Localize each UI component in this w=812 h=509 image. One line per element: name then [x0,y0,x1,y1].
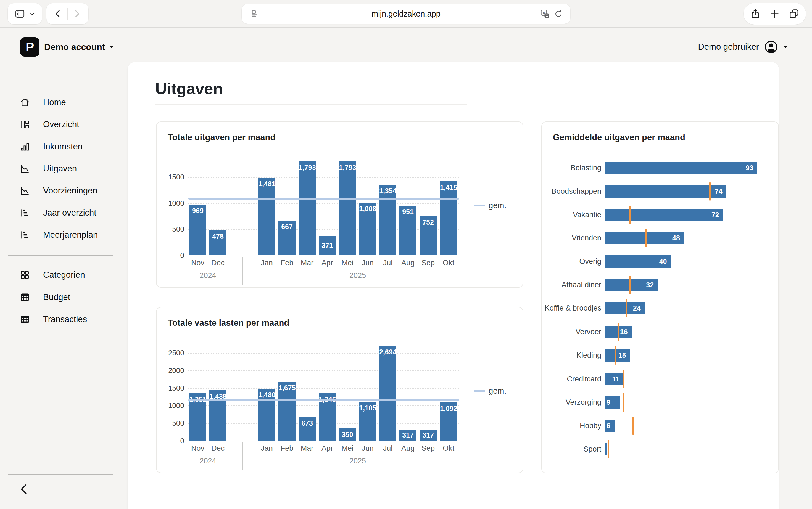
sidebar-item-inkomsten[interactable]: Inkomsten [19,139,83,155]
bar-overig: 40 [606,255,671,268]
x-axis-label: Mei [338,259,357,267]
bar-value-label: 40 [659,258,667,265]
content-panel: Uitgaven Totale uitgaven per maand 05001… [128,62,779,509]
bar-Feb: 667 [279,220,295,255]
forward-button[interactable] [71,8,82,19]
x-axis-label: Apr [318,259,337,267]
bar-Mar: 1,793 [298,162,316,255]
bar-value-label: 969 [189,207,206,214]
sidebar-item-label: Uitgaven [43,164,77,174]
marker-vakantie [629,206,630,224]
app-logo: P [20,37,39,57]
x-axis-label: Sep [418,259,438,267]
bar-value-label: 752 [420,219,437,226]
x-axis-label: Mar [297,259,317,267]
back-button[interactable] [53,8,63,19]
x-axis-label: Feb [277,444,297,453]
bar-verzorging: 9 [606,396,620,409]
sidebar-item-transacties[interactable]: Transacties [19,311,87,327]
bar-hobby: 6 [606,419,615,432]
sidebar-toggle-button[interactable] [8,3,42,24]
x-axis-label: Aug [398,259,418,267]
sidebar-collapse-button[interactable] [17,480,33,498]
sidebar-item-budget[interactable]: Budget [19,289,70,305]
x-axis-label: Dec [208,444,228,453]
app-window: P Demo account Demo gebruiker HomeOverzi… [0,28,812,509]
x-axis-label: Jul [378,259,397,267]
category-label: Boodschappen [542,187,601,196]
new-tab-icon[interactable] [769,8,780,19]
x-axis-label: Apr [318,444,337,453]
bar-value-label: 15 [618,352,626,359]
category-label: Creditcard [542,375,601,383]
reload-icon[interactable] [554,9,563,19]
bar-Sep: 752 [420,216,437,255]
bar-value-label: 673 [298,420,316,427]
account-label: Demo account [44,42,105,52]
bar-Okt: 1,092 [440,402,457,441]
tabs-overview-icon[interactable] [788,8,800,19]
bar-value-label: 2,694 [379,349,396,355]
category-label: Vervoer [542,328,601,336]
bar-Jan: 1,481 [258,178,275,255]
marker-afhaal-diner [629,276,630,294]
category-label: Kleding [542,351,601,360]
user-menu[interactable]: Demo gebruiker [698,37,788,57]
x-axis-label: Sep [418,444,438,453]
bar-value-label: 371 [319,242,336,249]
bar-Sep: 317 [420,430,437,441]
bar-afhaal-diner: 32 [606,279,658,291]
y-axis-tick: 500 [162,225,184,233]
sidebar-toggle-icon [14,8,25,19]
bar-Okt: 1,415 [440,181,457,255]
chevron-down-icon [109,45,114,48]
sidebar-item-label: Budget [43,292,70,302]
marker-sport [608,440,609,459]
marker-creditcard [623,370,624,388]
bar-Dec: 1,438 [209,390,226,441]
bar-chart-vaste-lasten: 050010001500200025001,3511,4381,4801,675… [157,307,523,473]
bar-value-label: 93 [746,164,753,171]
account-switcher[interactable]: Demo account [44,37,114,57]
grid-icon [19,269,30,280]
year-label: 2024 [191,457,225,465]
sidebar-item-jaar-overzicht[interactable]: Jaar overzicht [19,205,96,221]
year-separator [242,257,243,285]
x-axis-label: Aug [398,444,418,453]
bar-value-label: 1,092 [440,405,457,412]
sidebar-item-label: Jaar overzicht [43,208,96,218]
share-icon[interactable] [750,8,761,19]
bar-value-label: 1,793 [339,164,356,171]
address-bar[interactable]: mijn.geldzaken.app A [242,4,570,24]
x-axis-label: Dec [208,259,228,267]
bar-vrienden: 48 [606,232,684,244]
table-icon [19,292,30,303]
x-axis-label: Feb [277,259,297,267]
reader-icon[interactable] [250,9,259,19]
divider [155,104,467,105]
marker-koffie-broodjes [626,299,627,317]
year-label: 2025 [341,457,374,465]
translate-icon[interactable]: A [540,9,550,19]
sidebar-item-voorzieningen[interactable]: Voorzieningen [19,183,97,199]
x-axis-label: Nov [188,444,207,453]
browser-toolbar: mijn.geldzaken.app A [0,0,812,28]
bar-Aug: 317 [399,430,417,441]
gridline [188,370,459,371]
bar-value-label: 6 [607,422,610,429]
list-icon [19,229,30,240]
bar-chart-icon [19,141,30,152]
bar-value-label: 317 [420,432,437,439]
sidebar-item-meerjarenplan[interactable]: Meerjarenplan [19,227,98,243]
sidebar-item-label: Transacties [43,314,87,324]
sidebar-item-uitgaven[interactable]: Uitgaven [19,161,77,177]
sidebar-item-home[interactable]: Home [19,94,66,110]
sidebar-item-categorien[interactable]: Categorien [19,267,85,283]
sidebar-item-overzicht[interactable]: Overzicht [19,116,79,133]
average-legend-label: gem. [489,387,506,395]
gridline [188,229,459,230]
x-axis-label: Jun [358,444,377,453]
sidebar-item-label: Home [43,97,66,107]
bar-value-label: 1,008 [359,205,376,212]
bar-value-label: 1,675 [279,384,295,392]
